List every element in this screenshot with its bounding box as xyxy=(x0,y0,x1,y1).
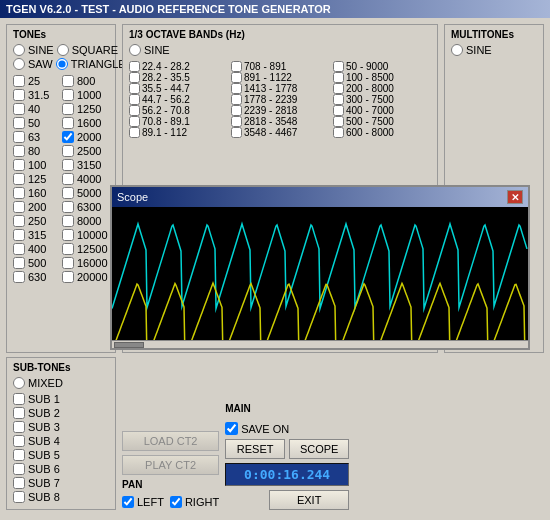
cb-3150[interactable] xyxy=(62,159,74,171)
cb-10000[interactable] xyxy=(62,229,74,241)
scope-title-bar: Scope ✕ xyxy=(112,187,528,207)
oct-5[interactable] xyxy=(129,105,140,116)
cb-sub2[interactable] xyxy=(13,407,25,419)
scope-content xyxy=(112,207,528,348)
cb-200[interactable] xyxy=(13,201,25,213)
cb-1600[interactable] xyxy=(62,117,74,129)
sub-mixed-radio[interactable] xyxy=(13,377,25,389)
oct-m4[interactable] xyxy=(333,94,344,105)
triangle-radio[interactable] xyxy=(56,58,68,70)
oct-m2[interactable] xyxy=(333,72,344,83)
oct-4[interactable] xyxy=(129,94,140,105)
oct-11[interactable] xyxy=(231,94,242,105)
tones-title: TONEs xyxy=(13,29,109,40)
pan-left-checkbox[interactable] xyxy=(122,496,134,508)
octave-title: 1/3 OCTAVE BANDs (Hz) xyxy=(129,29,431,40)
cb-1250[interactable] xyxy=(62,103,74,115)
oct-6[interactable] xyxy=(129,116,140,127)
triangle-label: TRIANGLE xyxy=(71,58,126,70)
sine-label: SINE xyxy=(28,44,54,56)
exit-button[interactable]: EXIT xyxy=(269,490,349,510)
cb-16000[interactable] xyxy=(62,257,74,269)
oct-14[interactable] xyxy=(231,127,242,138)
cb-sub8[interactable] xyxy=(13,491,25,503)
square-label: SQUARE xyxy=(72,44,118,56)
scope-title-label: Scope xyxy=(117,191,148,203)
cb-50[interactable] xyxy=(13,117,25,129)
cb-800[interactable] xyxy=(62,75,74,87)
octave-sine-radio[interactable] xyxy=(129,44,141,56)
app-title: TGEN V6.2.0 - TEST - AUDIO REFERENCE TON… xyxy=(6,3,331,15)
oct-1[interactable] xyxy=(129,61,140,72)
multi-sine-radio[interactable] xyxy=(451,44,463,56)
oct-m6[interactable] xyxy=(333,116,344,127)
cb-400[interactable] xyxy=(13,243,25,255)
scope-close-button[interactable]: ✕ xyxy=(507,190,523,204)
cb-2500[interactable] xyxy=(62,145,74,157)
cb-8000[interactable] xyxy=(62,215,74,227)
oct-12[interactable] xyxy=(231,105,242,116)
cb-315[interactable] xyxy=(13,229,25,241)
square-radio[interactable] xyxy=(57,44,69,56)
cb-sub4[interactable] xyxy=(13,435,25,447)
oct-9[interactable] xyxy=(231,72,242,83)
cb-40[interactable] xyxy=(13,103,25,115)
play-ct2-button[interactable]: PLAY CT2 xyxy=(122,455,219,475)
cb-sub1[interactable] xyxy=(13,393,25,405)
oct-m3[interactable] xyxy=(333,83,344,94)
subtones-title: SUB-TONEs xyxy=(13,362,109,373)
oct-8[interactable] xyxy=(231,61,242,72)
cb-125[interactable] xyxy=(13,173,25,185)
oct-13[interactable] xyxy=(231,116,242,127)
save-on-checkbox[interactable] xyxy=(225,422,238,435)
scope-window: Scope ✕ xyxy=(110,185,530,350)
pan-right-checkbox[interactable] xyxy=(170,496,182,508)
title-bar: TGEN V6.2.0 - TEST - AUDIO REFERENCE TON… xyxy=(0,0,550,18)
sine-radio[interactable] xyxy=(13,44,25,56)
main-title: MAIN xyxy=(225,403,349,414)
cb-1000[interactable] xyxy=(62,89,74,101)
cb-31.5[interactable] xyxy=(13,89,25,101)
oct-m5[interactable] xyxy=(333,105,344,116)
cb-63[interactable] xyxy=(13,131,25,143)
main-section: MAIN SAVE ON RESET SCOPE 0:00:16.244 EXI… xyxy=(225,403,349,510)
cb-160[interactable] xyxy=(13,187,25,199)
pan-left-label: LEFT xyxy=(137,496,164,508)
cb-2000[interactable] xyxy=(62,131,74,143)
oct-7[interactable] xyxy=(129,127,140,138)
saw-label: SAW xyxy=(28,58,53,70)
sub-mixed-label: MIXED xyxy=(28,377,63,389)
oct-m7[interactable] xyxy=(333,127,344,138)
cb-20000[interactable] xyxy=(62,271,74,283)
pan-section: PAN LEFT RIGHT xyxy=(122,479,219,510)
multitones-title: MULTITONEs xyxy=(451,29,537,40)
cb-25[interactable] xyxy=(13,75,25,87)
saw-radio[interactable] xyxy=(13,58,25,70)
cb-sub7[interactable] xyxy=(13,477,25,489)
cb-6300[interactable] xyxy=(62,201,74,213)
oct-10[interactable] xyxy=(231,83,242,94)
cb-sub3[interactable] xyxy=(13,421,25,433)
oct-2[interactable] xyxy=(129,72,140,83)
time-display: 0:00:16.244 xyxy=(225,463,349,486)
load-ct2-button[interactable]: LOAD CT2 xyxy=(122,431,219,451)
save-on-label: SAVE ON xyxy=(241,423,289,435)
cb-sub5[interactable] xyxy=(13,449,25,461)
cb-250[interactable] xyxy=(13,215,25,227)
tones-panel: TONEs SINE SQUARE SAW TRIANGLE 25 31.5 4… xyxy=(6,24,116,353)
oct-3[interactable] xyxy=(129,83,140,94)
reset-button[interactable]: RESET xyxy=(225,439,285,459)
cb-80[interactable] xyxy=(13,145,25,157)
cb-100[interactable] xyxy=(13,159,25,171)
scope-canvas xyxy=(112,207,528,348)
cb-4000[interactable] xyxy=(62,173,74,185)
octave-sine-label: SINE xyxy=(144,44,170,56)
cb-630[interactable] xyxy=(13,271,25,283)
multi-sine-label: SINE xyxy=(466,44,492,56)
cb-500[interactable] xyxy=(13,257,25,269)
cb-5000[interactable] xyxy=(62,187,74,199)
cb-sub6[interactable] xyxy=(13,463,25,475)
scope-button[interactable]: SCOPE xyxy=(289,439,349,459)
oct-m1[interactable] xyxy=(333,61,344,72)
cb-12500[interactable] xyxy=(62,243,74,255)
